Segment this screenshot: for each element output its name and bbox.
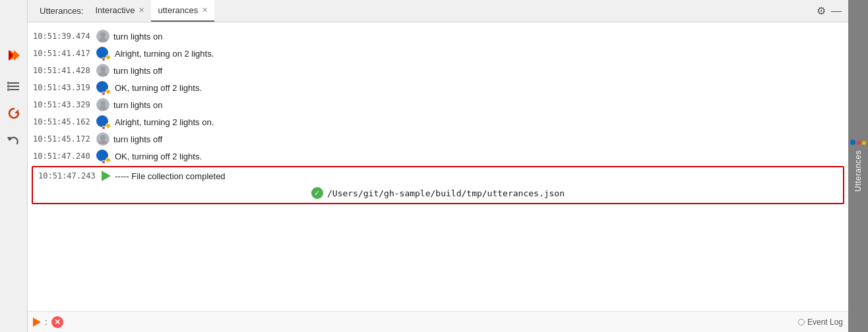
minimize-icon[interactable]: — bbox=[831, 5, 842, 17]
utterance-row: 10:51:39.474 turn lights on bbox=[28, 28, 848, 45]
timestamp: 10:51:39.474 bbox=[33, 32, 92, 41]
utterance-text: turn lights on bbox=[113, 100, 162, 110]
utterance-text: Alright, turning 2 lights on. bbox=[115, 117, 214, 127]
right-sidebar-label: Utterances bbox=[853, 150, 863, 192]
user-avatar bbox=[96, 30, 109, 43]
left-sidebar bbox=[0, 0, 28, 332]
utterance-text-system: ----- File collection completed bbox=[115, 171, 226, 181]
settings-icon[interactable]: ⚙ bbox=[817, 5, 826, 17]
event-log-hint[interactable]: Event Log bbox=[798, 318, 843, 327]
status-play-icon bbox=[33, 318, 41, 327]
svg-marker-3 bbox=[9, 50, 13, 61]
user-avatar bbox=[96, 64, 109, 77]
svg-rect-9 bbox=[7, 85, 9, 88]
utterance-row: 10:51:43.329 turn lights on bbox=[28, 96, 848, 113]
utterance-row: 10:51:47.240 OK, turning off 2 lights. bbox=[28, 148, 848, 165]
user-avatar bbox=[96, 132, 109, 146]
user-avatar bbox=[96, 98, 109, 111]
utterance-text: turn lights on bbox=[113, 32, 162, 42]
bot-avatar bbox=[96, 81, 111, 94]
highlighted-section: 10:51:47.243 ----- File collection compl… bbox=[32, 166, 844, 204]
timestamp: 10:51:45.172 bbox=[33, 134, 92, 144]
svg-rect-6 bbox=[9, 86, 19, 87]
timestamp: 10:51:47.243 bbox=[38, 171, 98, 180]
dot-yellow bbox=[862, 141, 866, 145]
file-path-text: /Users/git/gh-sample/build/tmp/utterance… bbox=[327, 188, 565, 198]
svg-point-17 bbox=[100, 101, 106, 106]
dot-red bbox=[857, 141, 861, 145]
file-path-row: ✓ /Users/git/gh-sample/build/tmp/utteran… bbox=[33, 184, 843, 203]
utterance-row: 10:51:43.319 OK, turning off 2 lights. bbox=[28, 79, 848, 96]
sidebar-icon-undo[interactable] bbox=[5, 130, 23, 149]
timestamp: 10:51:43.319 bbox=[33, 83, 92, 92]
dot-blue bbox=[850, 140, 855, 145]
event-log-label: Event Log bbox=[807, 318, 843, 327]
tab-interactive-close[interactable]: ✕ bbox=[139, 7, 144, 14]
svg-point-13 bbox=[100, 32, 106, 38]
timestamp: 10:51:41.417 bbox=[33, 49, 92, 58]
svg-rect-7 bbox=[9, 89, 19, 90]
svg-point-16 bbox=[99, 72, 107, 76]
svg-marker-4 bbox=[14, 50, 20, 61]
utterances-label: Utterances: bbox=[34, 0, 88, 22]
sidebar-icon-refresh[interactable] bbox=[5, 104, 23, 123]
right-sidebar[interactable]: Utterances bbox=[848, 0, 868, 332]
utterance-text: turn lights off bbox=[113, 134, 162, 144]
sidebar-icon-play[interactable] bbox=[5, 46, 23, 65]
svg-point-20 bbox=[99, 140, 107, 144]
timestamp: 10:51:41.428 bbox=[33, 66, 92, 75]
svg-rect-10 bbox=[7, 88, 9, 91]
bot-avatar bbox=[96, 150, 111, 163]
event-log-circle-icon bbox=[798, 319, 805, 325]
status-error-icon: ✕ bbox=[51, 316, 63, 328]
status-bar: : ✕ Event Log bbox=[28, 311, 848, 332]
utterance-text: OK, turning off 2 lights. bbox=[115, 152, 202, 161]
sidebar-icon-list[interactable] bbox=[5, 78, 23, 96]
svg-rect-5 bbox=[9, 82, 19, 84]
utterance-row: 10:51:45.172 turn lights off bbox=[28, 130, 848, 148]
utterances-list[interactable]: 10:51:39.474 turn lights on 10:51:41.417… bbox=[28, 22, 848, 311]
tab-utterances-label: utterances bbox=[158, 5, 198, 15]
bot-avatar bbox=[96, 47, 111, 60]
right-sidebar-dots bbox=[850, 140, 866, 145]
timestamp: 10:51:47.240 bbox=[33, 152, 92, 161]
main-content: Utterances: Interactive ✕ utterances ✕ ⚙… bbox=[28, 0, 848, 332]
utterance-text: Alright, turning on 2 lights. bbox=[115, 49, 214, 59]
utterance-row: 10:51:41.428 turn lights off bbox=[28, 62, 848, 79]
status-colon: : bbox=[45, 317, 47, 327]
bot-avatar bbox=[96, 115, 111, 128]
tab-bar: Utterances: Interactive ✕ utterances ✕ ⚙… bbox=[28, 0, 848, 22]
tab-utterances[interactable]: utterances ✕ bbox=[151, 0, 214, 22]
tab-interactive-label: Interactive bbox=[95, 5, 135, 15]
tab-utterances-close[interactable]: ✕ bbox=[202, 7, 208, 14]
svg-point-18 bbox=[99, 106, 107, 110]
svg-point-14 bbox=[99, 38, 107, 42]
timestamp: 10:51:43.329 bbox=[33, 100, 92, 109]
svg-rect-8 bbox=[7, 82, 9, 84]
utterance-text: OK, turning off 2 lights. bbox=[115, 83, 202, 93]
utterance-text: turn lights off bbox=[113, 66, 162, 76]
utterance-row: 10:51:45.162 Alright, turning 2 lights o… bbox=[28, 113, 848, 130]
tab-interactive[interactable]: Interactive ✕ bbox=[88, 0, 151, 22]
play-arrow-icon bbox=[102, 171, 111, 181]
svg-point-19 bbox=[100, 135, 106, 140]
utterance-row-highlighted: 10:51:47.243 ----- File collection compl… bbox=[33, 167, 843, 184]
svg-marker-11 bbox=[15, 109, 18, 113]
utterance-row: 10:51:41.417 Alright, turning on 2 light… bbox=[28, 45, 848, 62]
check-icon: ✓ bbox=[311, 187, 323, 199]
tab-bar-actions: ⚙ — bbox=[810, 0, 848, 22]
timestamp: 10:51:45.162 bbox=[33, 117, 92, 126]
svg-point-15 bbox=[100, 67, 106, 72]
